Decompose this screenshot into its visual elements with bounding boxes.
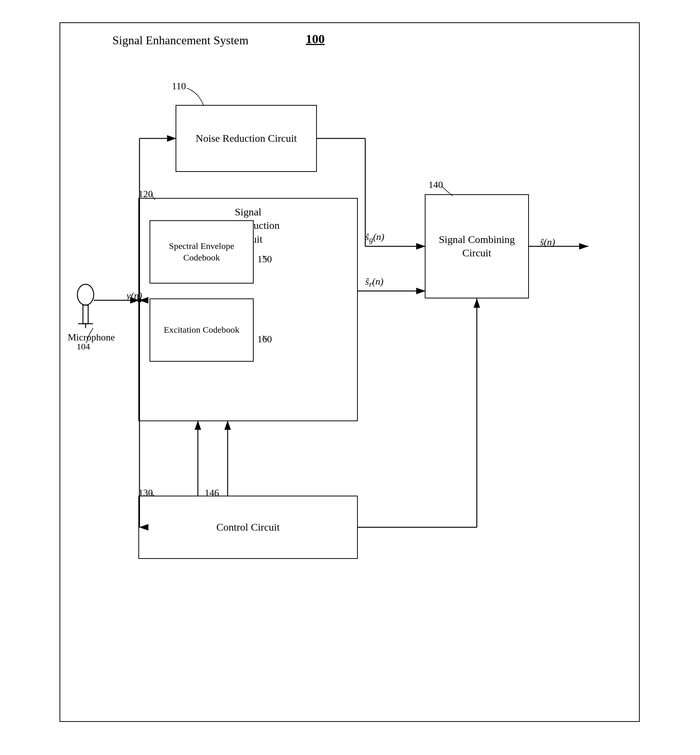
ref-146: 146 xyxy=(205,487,219,499)
ref-110: 110 xyxy=(172,81,186,92)
s-hat-output-label: ŝ(n) xyxy=(540,237,555,248)
noise-reduction-circuit: Noise Reduction Circuit xyxy=(175,105,317,172)
microphone-label: Microphone xyxy=(68,332,115,343)
system-title: Signal Enhancement System xyxy=(112,33,248,47)
ref-140: 140 xyxy=(428,179,443,191)
ref-160: 160 xyxy=(257,334,272,345)
control-circuit: Control Circuit xyxy=(138,496,358,559)
spectral-envelope-codebook: Spectral Envelope Codebook xyxy=(150,220,254,284)
yn-label: y(n) xyxy=(127,290,142,301)
system-boundary: Signal Enhancement System 100 110 Noise … xyxy=(59,22,640,722)
ref-150: 150 xyxy=(257,254,272,265)
sr-hat-label: ŝr(n) xyxy=(365,276,383,289)
mic-ref-label: 104 xyxy=(77,341,90,352)
svg-rect-1 xyxy=(83,305,88,324)
svg-point-0 xyxy=(77,284,94,305)
system-number: 100 xyxy=(306,32,325,46)
ref-130: 130 xyxy=(138,487,153,499)
sg-hat-label: ŝg(n) xyxy=(365,232,384,244)
signal-combining-circuit: Signal Combining Circuit xyxy=(425,194,529,298)
excitation-codebook: Excitation Codebook xyxy=(150,298,254,362)
